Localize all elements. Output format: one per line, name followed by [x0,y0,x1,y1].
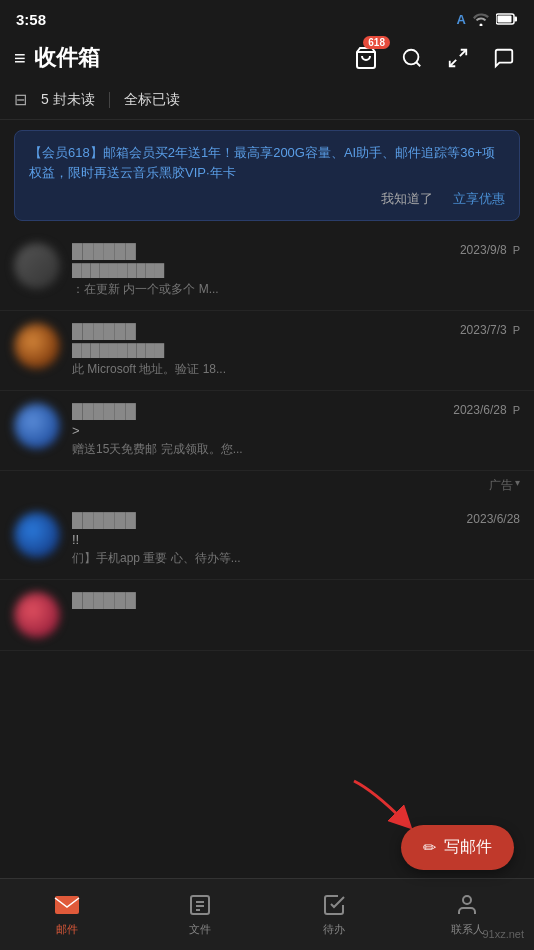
search-icon [401,47,423,69]
email-top-row: ██████ 2023/7/3 P [72,323,520,340]
filter-bar: ⊟ 5 封未读 全标已读 [0,84,534,120]
chat-icon [493,47,515,69]
email-list: ██████ 2023/9/8 P ██████████ ：在更新 内一个或多个… [0,231,534,651]
search-button[interactable] [396,42,428,74]
avatar [14,512,60,558]
email-item[interactable]: ██████ 2023/6/28 !! 们】手机app 重要 心、待办等... [0,500,534,580]
arrow-overlay [344,771,424,835]
email-date: 2023/6/28 [453,403,506,417]
email-date: 2023/6/28 [467,512,520,526]
svg-rect-2 [515,17,518,22]
email-content: ██████ [72,592,520,612]
contacts-tab-icon [454,892,480,918]
tab-contacts-label: 联系人 [451,922,484,937]
email-subject: ██████████ [72,263,520,278]
email-subject: ██████████ [72,343,520,358]
ad-chevron-icon: ▾ [515,477,520,494]
email-subject: !! [72,532,520,547]
basket-icon [354,46,378,70]
email-sender: ██████ [72,403,136,420]
email-sender: ██████ [72,323,136,340]
email-date: 2023/9/8 [460,243,507,257]
email-flag: P [513,324,520,336]
mail-tab-icon [54,892,80,918]
email-subject: > [72,423,520,438]
tab-files-label: 文件 [189,922,211,937]
email-content: ██████ 2023/9/8 P ██████████ ：在更新 内一个或多个… [72,243,520,298]
email-meta: 2023/9/8 P [460,243,520,257]
header-left: ≡ 收件箱 [14,43,100,73]
email-content: ██████ 2023/6/28 !! 们】手机app 重要 心、待办等... [72,512,520,567]
email-top-row: ██████ 2023/6/28 P [72,403,520,420]
files-tab-icon [187,892,213,918]
avatar [14,243,60,289]
status-bar: 3:58 A [0,0,534,36]
mark-all-read-button[interactable]: 全标已读 [124,91,180,109]
email-flag: P [513,404,520,416]
ad-text: 广告 [489,477,513,494]
menu-icon[interactable]: ≡ [14,47,26,70]
ad-label: 广告 ▾ [0,471,534,500]
compose-icon: ✏ [423,838,436,857]
avatar [14,323,60,369]
avatar [14,403,60,449]
svg-line-6 [450,60,456,66]
email-meta: 2023/6/28 P [453,403,520,417]
email-sender: ██████ [72,592,136,609]
email-preview: 赠送15天免费邮 完成领取。您... [72,441,520,458]
email-sender: ██████ [72,243,136,260]
battery-icon [496,13,518,25]
svg-point-4 [404,50,419,65]
todo-tab-icon [321,892,347,918]
email-item[interactable]: ██████ 2023/7/3 P ██████████ 此 Microsoft… [0,311,534,391]
compose-button[interactable]: ✏ 写邮件 [401,825,514,870]
expand-button[interactable] [442,42,474,74]
email-meta: 2023/6/28 [467,512,520,526]
tab-todo-label: 待办 [323,922,345,937]
unread-label: 5 封未读 [41,91,95,109]
status-right: A [457,12,518,27]
email-content: ██████ 2023/7/3 P ██████████ 此 Microsoft… [72,323,520,378]
avatar [14,592,60,638]
filter-divider [109,92,110,108]
status-time: 3:58 [16,11,46,28]
email-top-row: ██████ 2023/6/28 [72,512,520,529]
tab-bar: 邮件 文件 待办 联系人 [0,878,534,950]
email-meta: 2023/7/3 P [460,323,520,337]
promo-banner: 【会员618】邮箱会员买2年送1年！最高享200G容量、AI助手、邮件追踪等36… [14,130,520,221]
tab-mail-label: 邮件 [56,922,78,937]
compose-label: 写邮件 [444,837,492,858]
header: ≡ 收件箱 618 [0,36,534,84]
tab-mail[interactable]: 邮件 [0,884,134,945]
basket-button[interactable]: 618 [350,42,382,74]
svg-point-12 [463,896,471,904]
chat-button[interactable] [488,42,520,74]
email-sender: ██████ [72,512,136,529]
email-preview: 此 Microsoft 地址。验证 18... [72,361,520,378]
svg-rect-7 [55,896,79,914]
basket-badge: 618 [363,36,390,49]
promo-actions: 我知道了 立享优惠 [29,190,505,208]
filter-icon[interactable]: ⊟ [14,90,27,109]
email-date: 2023/7/3 [460,323,507,337]
promo-text: 【会员618】邮箱会员买2年送1年！最高享200G容量、AI助手、邮件追踪等36… [29,143,505,182]
email-content: ██████ 2023/6/28 P > 赠送15天免费邮 完成领取。您... [72,403,520,458]
svg-line-5 [460,50,466,56]
wifi-icon [472,12,490,26]
tab-todo[interactable]: 待办 [267,884,401,945]
watermark: 91xz.net [482,928,524,940]
email-item[interactable]: ██████ [0,580,534,651]
email-preview: ：在更新 内一个或多个 M... [72,281,520,298]
email-item[interactable]: ██████ 2023/9/8 P ██████████ ：在更新 内一个或多个… [0,231,534,311]
svg-rect-1 [498,16,512,23]
status-a-icon: A [457,12,466,27]
promo-cta-button[interactable]: 立享优惠 [453,190,505,208]
tab-files[interactable]: 文件 [134,884,268,945]
email-top-row: ██████ [72,592,520,609]
email-flag: P [513,244,520,256]
email-top-row: ██████ 2023/9/8 P [72,243,520,260]
email-item[interactable]: ██████ 2023/6/28 P > 赠送15天免费邮 完成领取。您... [0,391,534,471]
promo-dismiss-button[interactable]: 我知道了 [381,190,433,208]
expand-icon [447,47,469,69]
page-title: 收件箱 [34,43,100,73]
